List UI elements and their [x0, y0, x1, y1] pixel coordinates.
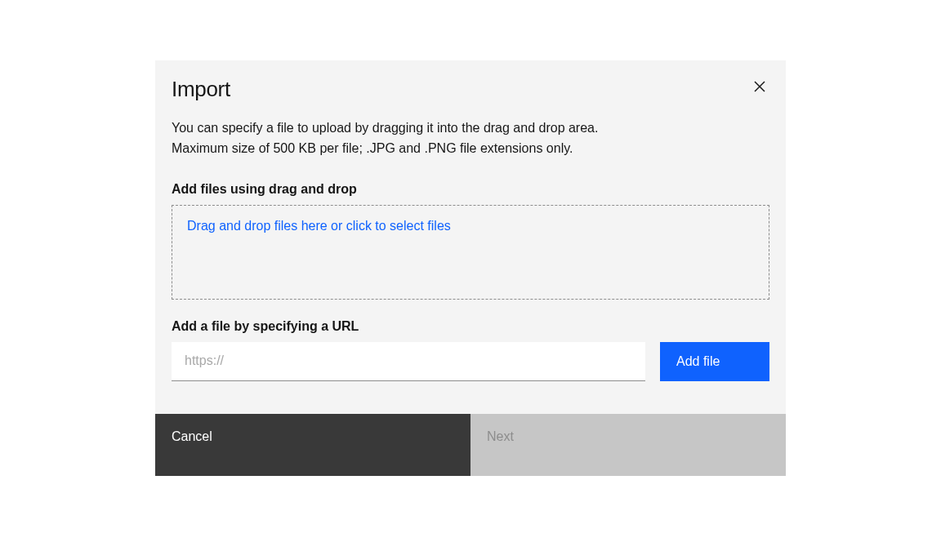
dropzone-text: Drag and drop files here or click to sel… [187, 219, 451, 233]
modal-header: Import [155, 60, 786, 102]
url-row: Add file [172, 342, 769, 381]
url-input[interactable] [172, 342, 645, 381]
dropzone-label: Add files using drag and drop [172, 182, 769, 197]
url-label: Add a file by specifying a URL [172, 319, 769, 334]
close-icon [753, 80, 766, 93]
file-dropzone[interactable]: Drag and drop files here or click to sel… [172, 205, 769, 300]
add-file-button[interactable]: Add file [660, 342, 769, 381]
next-button: Next [470, 414, 786, 476]
modal-description: You can specify a file to upload by drag… [172, 118, 616, 159]
modal-footer: Cancel Next [155, 414, 786, 476]
import-modal: Import You can specify a file to upload … [155, 60, 786, 476]
modal-body: You can specify a file to upload by drag… [155, 102, 786, 414]
modal-title: Import [172, 77, 230, 102]
close-button[interactable] [750, 77, 769, 96]
cancel-button[interactable]: Cancel [155, 414, 470, 476]
